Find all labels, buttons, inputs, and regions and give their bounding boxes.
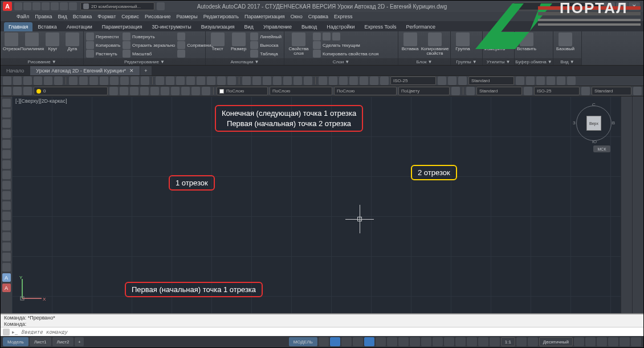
- status-clean-icon[interactable]: [619, 337, 630, 346]
- tool-icon[interactable]: [547, 76, 555, 85]
- ribbon-tab-annotate[interactable]: Аннотации: [62, 22, 97, 31]
- tool-icon[interactable]: [44, 76, 52, 85]
- status-annomon-icon[interactable]: [478, 337, 488, 346]
- tool-icon[interactable]: [23, 87, 32, 95]
- maximize-button[interactable]: □: [616, 2, 627, 10]
- tool-icon[interactable]: [2, 160, 11, 169]
- status-quickprop-icon[interactable]: [574, 337, 584, 346]
- command-icon[interactable]: [3, 329, 10, 335]
- tool-icon[interactable]: [141, 76, 149, 85]
- viewcube-face[interactable]: Верх: [586, 116, 601, 131]
- tool-icon[interactable]: [54, 76, 63, 85]
- menu-express[interactable]: Express: [334, 14, 353, 19]
- ucs-icon[interactable]: Y X: [18, 274, 46, 304]
- command-input[interactable]: [20, 329, 641, 335]
- tool-icon[interactable]: [100, 76, 108, 85]
- status-workspace-icon[interactable]: [516, 337, 527, 346]
- file-tab-start[interactable]: Начало: [1, 66, 30, 75]
- ribbon-tab-visualize[interactable]: Визуализация: [197, 22, 239, 31]
- panel-groups-label[interactable]: Группы ▼: [451, 58, 482, 65]
- tool-icon[interactable]: [2, 99, 11, 107]
- tool-icon[interactable]: [2, 119, 11, 128]
- tool-icon[interactable]: [2, 253, 11, 261]
- tool-icon[interactable]: [2, 171, 11, 179]
- drawing-canvas[interactable]: [-][Сверху][2D-каркас] Верх С Ю В З МСК: [12, 96, 621, 313]
- tool-icon[interactable]: [197, 76, 205, 85]
- tool-icon[interactable]: [13, 87, 22, 95]
- tool-icon[interactable]: [217, 76, 226, 85]
- tool-icon[interactable]: [176, 76, 185, 85]
- file-tab-active[interactable]: Уроки Автокад 2D - Евгений Курицин*✕: [30, 66, 140, 75]
- status-3dosnap-icon[interactable]: [433, 337, 443, 346]
- textstyle2-combo[interactable]: Standard: [476, 87, 522, 95]
- modify-copy-button[interactable]: Копировать: [86, 41, 120, 49]
- tool-icon[interactable]: [252, 76, 261, 85]
- tool-icon[interactable]: [109, 87, 118, 95]
- tool-icon[interactable]: [458, 76, 467, 85]
- panel-annotation-label[interactable]: Аннотации ▼: [206, 58, 284, 65]
- modify-stretch-button[interactable]: Растянуть: [86, 50, 120, 58]
- ribbon-tab-performance[interactable]: Performance: [401, 22, 440, 31]
- tablestyle-combo[interactable]: Standard: [592, 87, 631, 95]
- qat-save-icon[interactable]: [32, 2, 40, 10]
- layout-tab-add[interactable]: +: [75, 337, 84, 346]
- status-filter-icon[interactable]: [455, 337, 466, 346]
- tool-icon[interactable]: [202, 87, 210, 95]
- linetype-combo[interactable]: ПоСлою: [334, 87, 397, 95]
- tool-icon[interactable]: [581, 87, 590, 95]
- tool-icon[interactable]: [2, 191, 11, 200]
- menu-insert[interactable]: Вставка: [73, 14, 92, 19]
- tool-icon[interactable]: [448, 76, 456, 85]
- status-model-button[interactable]: МОДЕЛЬ: [289, 337, 317, 346]
- viewport-label[interactable]: [-][Сверху][2D-каркас]: [15, 98, 67, 104]
- layout-tab-model[interactable]: Модель: [3, 337, 28, 346]
- tool-icon[interactable]: [283, 76, 292, 85]
- tool-icon[interactable]: [186, 76, 195, 85]
- tool-icon[interactable]: [2, 130, 11, 138]
- text-tool-icon[interactable]: A: [2, 273, 11, 282]
- tool-icon[interactable]: [438, 76, 446, 85]
- tool-icon[interactable]: [207, 76, 215, 85]
- draw-circle-button[interactable]: Круг: [44, 33, 61, 51]
- tool-icon[interactable]: [2, 201, 11, 210]
- paste-button[interactable]: Вставить: [517, 33, 536, 51]
- layout-tab-sheet2[interactable]: Лист2: [52, 337, 74, 346]
- ribbon-tab-parametric[interactable]: Параметризация: [97, 22, 147, 31]
- panel-block-label[interactable]: Блок ▼: [398, 58, 450, 65]
- status-units-combo[interactable]: Десятичный: [539, 337, 573, 346]
- qat-open-icon[interactable]: [23, 2, 31, 10]
- qat-plot-icon[interactable]: [51, 2, 59, 10]
- tool-icon[interactable]: [451, 87, 460, 95]
- tool-icon[interactable]: [557, 76, 565, 85]
- tool-icon[interactable]: [2, 263, 11, 272]
- tool-icon[interactable]: [23, 76, 32, 85]
- ribbon-tab-addins[interactable]: Надстройки: [322, 22, 359, 31]
- menu-draw[interactable]: Рисование: [145, 14, 170, 19]
- status-isolate-icon[interactable]: [597, 337, 607, 346]
- ribbon-tab-express[interactable]: Express Tools: [360, 22, 401, 31]
- tool-icon[interactable]: [370, 76, 378, 85]
- draw-line-button[interactable]: Отрезок: [3, 33, 20, 51]
- tool-icon[interactable]: [273, 76, 282, 85]
- workspace-combo[interactable]: 2D комбинированный...: [80, 2, 154, 10]
- tool-icon[interactable]: [304, 76, 312, 85]
- tool-icon[interactable]: [516, 76, 524, 85]
- status-dyn-ucs-icon[interactable]: [444, 337, 454, 346]
- status-osnap-icon[interactable]: [364, 337, 374, 346]
- ribbon-tab-view[interactable]: Вид: [240, 22, 258, 31]
- tool-icon[interactable]: [242, 76, 251, 85]
- layer-match-button[interactable]: Копировать свойства слоя: [313, 50, 396, 58]
- ribbon-tab-home[interactable]: Главная: [4, 22, 32, 31]
- qat-saveas-icon[interactable]: [42, 2, 50, 10]
- minimize-button[interactable]: —: [604, 2, 615, 10]
- panel-modify-label[interactable]: Редактирование ▼: [84, 58, 205, 65]
- menu-dimension[interactable]: Размеры: [176, 14, 197, 19]
- menu-window[interactable]: Окно: [291, 14, 303, 19]
- measure-button[interactable]: Измерить: [485, 33, 504, 51]
- tool-icon[interactable]: [360, 76, 368, 85]
- tool-icon[interactable]: [171, 87, 180, 95]
- menu-edit[interactable]: Правка: [35, 14, 52, 19]
- tool-icon[interactable]: [524, 87, 532, 95]
- qat-undo-icon[interactable]: [60, 2, 68, 10]
- tool-icon[interactable]: [3, 76, 11, 85]
